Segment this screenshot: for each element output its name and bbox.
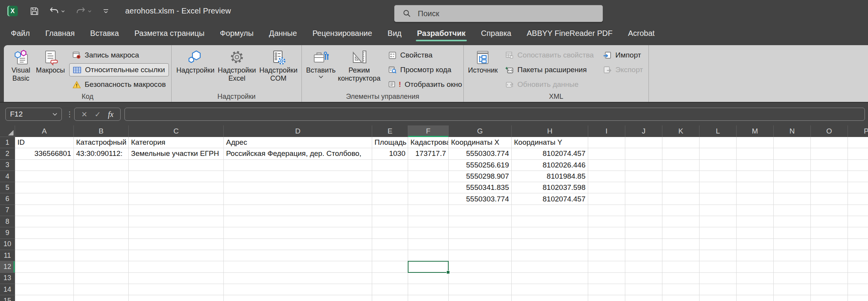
cell-K1[interactable] [662, 137, 700, 148]
cell-P6[interactable] [848, 193, 868, 205]
row-header-6[interactable]: 6 [0, 193, 15, 205]
col-header-E[interactable]: E [372, 125, 408, 137]
cell-E1[interactable]: Площадь [372, 137, 408, 148]
cell-G15[interactable] [449, 295, 512, 301]
cell-A3[interactable] [15, 160, 74, 171]
cell-K11[interactable] [662, 250, 700, 261]
tab-abbyy-finereader[interactable]: ABBYY FineReader PDF [525, 29, 614, 41]
cell-D15[interactable] [224, 295, 372, 301]
cell-E12[interactable] [372, 261, 408, 272]
cell-K13[interactable] [662, 273, 700, 284]
excel-app-icon[interactable]: X [7, 6, 18, 16]
cell-J6[interactable] [625, 193, 662, 205]
cell-L1[interactable] [700, 137, 737, 148]
row-header-11[interactable]: 11 [0, 250, 15, 261]
cell-D10[interactable] [224, 239, 372, 250]
cell-E9[interactable] [372, 227, 408, 238]
cell-G7[interactable] [449, 205, 512, 216]
cell-C12[interactable] [129, 261, 224, 272]
design-mode-button[interactable]: Режим конструктора [338, 48, 380, 83]
cell-O2[interactable] [811, 148, 848, 159]
cell-G6[interactable]: 5550303.774 [449, 193, 512, 205]
cell-P9[interactable] [848, 227, 868, 238]
cell-H7[interactable] [512, 205, 588, 216]
cell-L5[interactable] [700, 182, 737, 193]
cell-I15[interactable] [588, 295, 625, 301]
cell-B12[interactable] [74, 261, 129, 272]
cell-N12[interactable] [774, 261, 811, 272]
cell-C6[interactable] [129, 193, 224, 205]
cell-L8[interactable] [700, 216, 737, 227]
cell-E8[interactable] [372, 216, 408, 227]
cell-I14[interactable] [588, 284, 625, 295]
cell-P8[interactable] [848, 216, 868, 227]
cell-O12[interactable] [811, 261, 848, 272]
cell-L7[interactable] [700, 205, 737, 216]
cell-N14[interactable] [774, 284, 811, 295]
cell-B9[interactable] [74, 227, 129, 238]
cell-F13[interactable] [408, 273, 449, 284]
cell-O9[interactable] [811, 227, 848, 238]
cell-P13[interactable] [848, 273, 868, 284]
cell-K15[interactable] [662, 295, 700, 301]
cell-J1[interactable] [625, 137, 662, 148]
cell-E11[interactable] [372, 250, 408, 261]
cell-D4[interactable] [224, 171, 372, 182]
cell-D2[interactable]: Российская Федерация, дер. Столбово, [224, 148, 372, 159]
cell-M10[interactable] [737, 239, 774, 250]
insert-dropdown-icon[interactable] [318, 75, 323, 79]
cell-D1[interactable]: Адрес [224, 137, 372, 148]
cell-L15[interactable] [700, 295, 737, 301]
cell-M4[interactable] [737, 171, 774, 182]
cell-M8[interactable] [737, 216, 774, 227]
cell-F2[interactable]: 173717.7 [408, 148, 449, 159]
cell-A5[interactable] [15, 182, 74, 193]
col-header-O[interactable]: O [811, 125, 848, 137]
cell-E13[interactable] [372, 273, 408, 284]
cell-C1[interactable]: Категория [129, 137, 224, 148]
cell-M12[interactable] [737, 261, 774, 272]
cell-O11[interactable] [811, 250, 848, 261]
cell-E5[interactable] [372, 182, 408, 193]
cell-H10[interactable] [512, 239, 588, 250]
cell-H3[interactable]: 8102026.446 [512, 160, 588, 171]
cell-M7[interactable] [737, 205, 774, 216]
cell-H12[interactable] [512, 261, 588, 272]
row-header-14[interactable]: 14 [0, 284, 15, 295]
cell-J14[interactable] [625, 284, 662, 295]
cell-J10[interactable] [625, 239, 662, 250]
cell-H15[interactable] [512, 295, 588, 301]
cell-M5[interactable] [737, 182, 774, 193]
cell-P3[interactable] [848, 160, 868, 171]
cell-K6[interactable] [662, 193, 700, 205]
cell-J15[interactable] [625, 295, 662, 301]
cell-E15[interactable] [372, 295, 408, 301]
cell-G13[interactable] [449, 273, 512, 284]
row-header-7[interactable]: 7 [0, 205, 15, 216]
cell-C15[interactable] [129, 295, 224, 301]
cell-C8[interactable] [129, 216, 224, 227]
cell-F15[interactable] [408, 295, 449, 301]
cell-N2[interactable] [774, 148, 811, 159]
cell-F1[interactable]: Кадастрова [408, 137, 449, 148]
insert-control-button[interactable]: Вставить [306, 48, 335, 79]
tab-help[interactable]: Справка [479, 29, 513, 41]
cell-J12[interactable] [625, 261, 662, 272]
cell-O8[interactable] [811, 216, 848, 227]
cell-B13[interactable] [74, 273, 129, 284]
macros-button[interactable]: Макросы [36, 48, 65, 74]
cell-I10[interactable] [588, 239, 625, 250]
cell-O6[interactable] [811, 193, 848, 205]
cell-I13[interactable] [588, 273, 625, 284]
cell-J13[interactable] [625, 273, 662, 284]
cell-C13[interactable] [129, 273, 224, 284]
cell-N8[interactable] [774, 216, 811, 227]
col-header-B[interactable]: B [74, 125, 129, 137]
cell-B2[interactable]: 43:30:090112: [74, 148, 129, 159]
cell-N6[interactable] [774, 193, 811, 205]
cell-A10[interactable] [15, 239, 74, 250]
cell-A2[interactable]: 336566801 [15, 148, 74, 159]
cell-G1[interactable]: Координаты X [449, 137, 512, 148]
cell-F8[interactable] [408, 216, 449, 227]
cell-B15[interactable] [74, 295, 129, 301]
